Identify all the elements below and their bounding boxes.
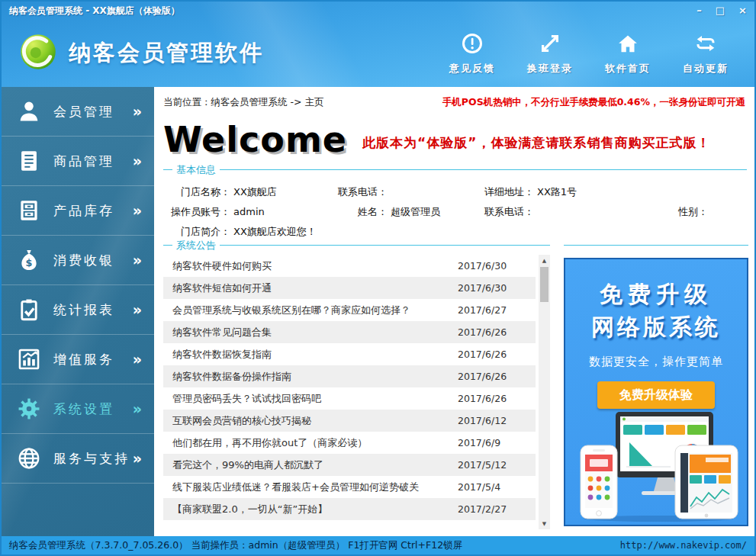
announcement-title: 会员管理系统与收银系统区别在哪？商家应如何选择？ (172, 304, 458, 317)
shift-login-icon (539, 32, 561, 58)
upgrade-ad-banner[interactable]: 免费升级 网络版系统 数据更安全，操作更简单 免费升级体验 (564, 258, 748, 526)
free-upgrade-button[interactable]: 免费升级体验 (597, 381, 715, 409)
announcement-date: 2017/6/26 (458, 349, 526, 360)
sidebar-item-label: 统计报表 (53, 301, 133, 319)
info-row: 门店简介：XX旗舰店欢迎您！ (163, 222, 747, 242)
announcement-title: 线下服装店业绩低迷？看服装店+会员管理如何逆势破关 (172, 480, 458, 494)
field-value: XX旗舰店欢迎您！ (233, 226, 317, 237)
sidebar-item-label: 服务与支持 (53, 450, 133, 468)
announcement-row[interactable]: 互联网会员营销的核心技巧揭秘2017/6/12 (163, 410, 536, 432)
close-button[interactable]: × (738, 4, 747, 18)
announcement-title: 管理员密码丢失？试试找回密码吧 (172, 392, 458, 406)
feedback-button[interactable]: 意见反馈 (449, 32, 495, 76)
field-label: 门店简介： (163, 225, 230, 239)
scrollbar-thumb[interactable] (540, 267, 549, 302)
announcements-list: 纳客软件硬件如何购买2017/6/30 纳客软件短信如何开通2017/6/30 … (163, 255, 536, 529)
field-label: 性别： (671, 205, 708, 219)
sidebar-item-cashier[interactable]: $ 消费收银 » (2, 236, 154, 285)
field-label: 姓名： (330, 205, 388, 219)
goods-icon (14, 148, 44, 174)
announcement-row[interactable]: 管理员密码丢失？试试找回密码吧2017/6/26 (163, 387, 536, 410)
sidebar: 会员管理 » 商品管理 » 产品库存 » $ 消 (2, 87, 154, 536)
ad-title-line2: 网络版系统 (565, 312, 747, 343)
breadcrumb: 当前位置：纳客会员管理系统 -> 主页 (163, 96, 323, 109)
chevron-right-icon: » (133, 153, 142, 169)
announcement-date: 2017/2/27 (458, 503, 526, 515)
announcement-row[interactable]: 纳客软件常见问题合集2017/6/26 (163, 321, 536, 343)
top-banner: 纳客会员管理系统 - XX旗舰店（体验版） – □ × (2, 2, 754, 87)
announcement-row[interactable]: 纳客软件数据恢复指南2017/6/26 (163, 343, 536, 365)
tool-label: 换班登录 (527, 62, 573, 76)
field-label: 门店名称： (163, 185, 230, 199)
announcement-date: 2017/6/27 (458, 304, 526, 316)
header-toolbar: 意见反馈 换班登录 软件首页 (449, 32, 729, 76)
sidebar-item-inventory[interactable]: 产品库存 » (2, 186, 154, 236)
announcement-row[interactable]: 【商家联盟2.0，一切从“新”开始】2017/2/27 (163, 498, 536, 520)
tool-label: 意见反馈 (449, 62, 495, 76)
auto-update-button[interactable]: 自动更新 (683, 32, 729, 76)
member-icon (14, 98, 44, 124)
window-title: 纳客会员管理系统 - XX旗舰店（体验版） (9, 5, 180, 18)
chevron-right-icon: » (133, 252, 142, 268)
report-icon (14, 297, 44, 323)
announcement-row[interactable]: 看完这个，99%的电商人都沉默了2017/5/12 (163, 454, 536, 476)
announcement-title: 纳客软件短信如何开通 (172, 281, 458, 295)
announcement-date: 2017/6/26 (458, 371, 526, 382)
gear-icon (14, 396, 44, 422)
globe-icon (14, 445, 44, 471)
scroll-down-icon[interactable]: ▼ (539, 518, 550, 529)
scroll-up-icon[interactable]: ▲ (539, 255, 550, 266)
announcements-scrollbar[interactable]: ▲ ▼ (539, 255, 550, 529)
announcement-row[interactable]: 会员管理系统与收银系统区别在哪？商家应如何选择？2017/6/27 (163, 299, 536, 321)
announcement-row[interactable]: 纳客软件短信如何开通2017/6/30 (163, 277, 536, 299)
app-name: 纳客会员管理软件 (69, 38, 264, 69)
shift-login-button[interactable]: 换班登录 (527, 32, 573, 76)
value-added-icon (14, 346, 44, 372)
announcement-title: 纳客软件硬件如何购买 (172, 259, 458, 273)
promo-ticker: 手机POS机热销中，不分行业手续费最低0.46%，一张身份证即可开通 (442, 96, 745, 109)
feedback-icon (461, 32, 484, 58)
info-row: 操作员账号：admin 姓名：超级管理员 联系电话： 性别： (163, 202, 747, 222)
announcement-title: 【商家联盟2.0，一切从“新”开始】 (172, 503, 458, 516)
announcement-title: 纳客软件数据恢复指南 (172, 348, 458, 362)
sidebar-item-reports[interactable]: 统计报表 » (2, 285, 154, 335)
announcement-row[interactable]: 纳客软件硬件如何购买2017/6/30 (163, 255, 536, 277)
sidebar-item-value-added[interactable]: 增值服务 » (2, 335, 154, 384)
ad-section: 免费升级 网络版系统 数据更安全，操作更简单 免费升级体验 (564, 245, 748, 536)
svg-text:$: $ (26, 257, 33, 268)
sidebar-item-goods[interactable]: 商品管理 » (2, 137, 154, 186)
chevron-right-icon: » (133, 450, 142, 467)
field-value: admin (233, 206, 265, 217)
status-bar: 纳客会员管理系统（7.3.7.0_7.05.26.0） 当前操作员：admin（… (2, 536, 754, 554)
announcement-date: 2017/6/30 (458, 260, 526, 272)
inventory-icon (14, 198, 44, 223)
field-label: 详细地址： (467, 185, 534, 199)
field-label: 操作员账号： (163, 205, 230, 219)
status-url[interactable]: http://www.nakevip.com/ (620, 540, 747, 551)
sidebar-item-label: 产品库存 (53, 202, 133, 220)
chevron-right-icon: » (133, 202, 142, 219)
maximize-button[interactable]: □ (716, 4, 725, 18)
sidebar-item-settings[interactable]: 系统设置 » (2, 384, 154, 434)
chevron-right-icon: » (133, 351, 142, 368)
announcement-date: 2017/6/12 (458, 415, 526, 426)
announcement-title: 纳客软件数据备份操作指南 (172, 370, 458, 384)
announcement-row[interactable]: 线下服装店业绩低迷？看服装店+会员管理如何逆势破关2017/5/4 (163, 476, 536, 498)
announcement-row[interactable]: 纳客软件数据备份操作指南2017/6/26 (163, 365, 536, 387)
home-icon (616, 32, 639, 58)
sidebar-item-support[interactable]: 服务与支持 » (2, 434, 154, 484)
home-button[interactable]: 软件首页 (605, 32, 651, 76)
sidebar-item-label: 商品管理 (53, 153, 133, 170)
cashier-icon: $ (14, 247, 44, 273)
field-value: XX旗舰店 (233, 186, 277, 198)
minimize-button[interactable]: – (696, 4, 702, 18)
sidebar-item-members[interactable]: 会员管理 » (2, 87, 154, 137)
basic-info-legend: 基本信息 (172, 163, 220, 177)
field-label: 联系电话： (467, 205, 534, 219)
announcement-date: 2017/5/12 (458, 459, 526, 471)
announcement-date: 2017/6/26 (458, 393, 526, 404)
ad-title-line1: 免费升级 (565, 279, 747, 310)
chevron-right-icon: » (133, 103, 142, 120)
announcement-row[interactable]: 他们都在用，再不用你就out了（商家必读）2017/6/9 (163, 432, 536, 454)
announcement-date: 2017/6/30 (458, 282, 526, 294)
